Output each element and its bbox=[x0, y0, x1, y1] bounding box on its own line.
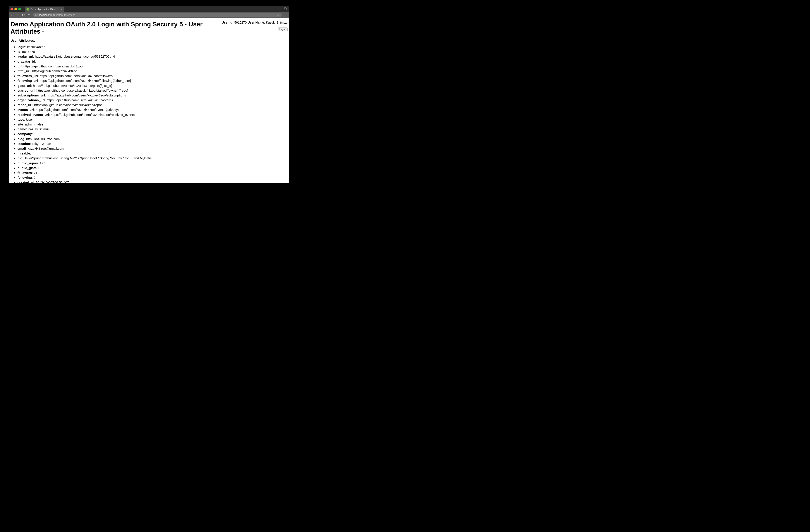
attribute-key: starred_url bbox=[17, 88, 34, 92]
attribute-value: https://api.github.com/users/kazuki43zoo… bbox=[51, 113, 135, 116]
attribute-item: following: 2 bbox=[17, 175, 288, 180]
bookmark-star-icon[interactable]: ☆ bbox=[277, 13, 279, 17]
reload-button[interactable] bbox=[22, 14, 25, 17]
attribute-item: public_gists: 0 bbox=[17, 166, 288, 171]
attribute-value: Tokyo, Japan bbox=[32, 142, 51, 146]
attribute-key: login bbox=[17, 45, 25, 49]
svg-rect-1 bbox=[286, 8, 287, 10]
attribute-item: id: 5616270 bbox=[17, 49, 288, 54]
attribute-value: kazuki43zoo bbox=[27, 45, 45, 49]
attribute-value: https://github.com/kazuki43zoo bbox=[32, 69, 77, 73]
attribute-value: 5616270 bbox=[22, 50, 35, 53]
attribute-value: false bbox=[36, 123, 44, 126]
attribute-item: login: kazuki43zoo bbox=[17, 45, 288, 49]
attribute-key: site_admin bbox=[17, 123, 34, 126]
attribute-item: followers_url: https://api.github.com/us… bbox=[17, 74, 288, 78]
attribute-key: company bbox=[17, 132, 32, 136]
attribute-item: company: bbox=[17, 132, 288, 136]
attribute-key: public_repos bbox=[17, 161, 38, 165]
attribute-item: url: https://api.github.com/users/kazuki… bbox=[17, 64, 288, 69]
address-bar[interactable]: i localhost:8080/attributes/latest ☆ bbox=[33, 13, 282, 17]
attribute-value: 71 bbox=[34, 171, 37, 175]
page-title: Demo Application OAuth 2.0 Login with Sp… bbox=[11, 21, 222, 35]
attribute-key: created_at bbox=[17, 180, 34, 183]
attribute-value: 2013-10-05T06:55:40Z bbox=[36, 180, 69, 183]
section-title: User Attributes: bbox=[11, 38, 288, 42]
user-id-label: User Id: bbox=[222, 21, 233, 24]
attribute-item: repos_url: https://api.github.com/users/… bbox=[17, 102, 288, 107]
attribute-item: subscriptions_url: https://api.github.co… bbox=[17, 93, 288, 98]
attribute-key: received_events_url bbox=[17, 113, 49, 116]
tab-title: Demo Application OAuth 2.0 L bbox=[31, 8, 59, 11]
browser-tab[interactable]: Demo Application OAuth 2.0 L × bbox=[25, 6, 64, 12]
attribute-key: following_url bbox=[17, 79, 38, 82]
attribute-item: site_admin: false bbox=[17, 122, 288, 127]
attribute-key: subscriptions_url bbox=[17, 93, 45, 97]
attribute-key: organizations_url bbox=[17, 98, 45, 102]
attribute-key: followers bbox=[17, 171, 32, 175]
attribute-key: avatar_url bbox=[17, 54, 33, 58]
attribute-value: 127 bbox=[40, 161, 45, 165]
attribute-key: id bbox=[17, 50, 20, 53]
attribute-value: 2 bbox=[34, 176, 35, 179]
attribute-key: following bbox=[17, 176, 32, 179]
attribute-item: following_url: https://api.github.com/us… bbox=[17, 78, 288, 83]
attribute-item: name: Kazuki Shimizu bbox=[17, 127, 288, 132]
attribute-item: starred_url: https://api.github.com/user… bbox=[17, 88, 288, 93]
attribute-value: https://api.github.com/users/kazuki43zoo… bbox=[40, 74, 113, 78]
window-maximize-button[interactable] bbox=[18, 8, 21, 10]
attribute-item: followers: 71 bbox=[17, 171, 288, 175]
attribute-item: email: kazuki43zoo@gmail.com bbox=[17, 146, 288, 151]
attribute-value: http://kazuki43zoo.com bbox=[26, 137, 60, 141]
attribute-item: hireable: bbox=[17, 151, 288, 156]
attribute-item: gravatar_id: bbox=[17, 59, 288, 64]
tab-bar: Demo Application OAuth 2.0 L × bbox=[9, 6, 289, 12]
back-button[interactable] bbox=[11, 14, 14, 17]
attribute-value: 0 bbox=[38, 166, 40, 170]
attribute-key: name bbox=[17, 127, 26, 131]
attribute-value: https://api.github.com/users/kazuki43zoo bbox=[23, 64, 83, 68]
attribute-item: avatar_url: https://avatars3.githubuserc… bbox=[17, 54, 288, 59]
tab-favicon bbox=[27, 7, 30, 11]
attribute-key: blog bbox=[17, 137, 25, 141]
attribute-item: created_at: 2013-10-05T06:55:40Z bbox=[17, 180, 288, 183]
attribute-key: gists_url bbox=[17, 84, 31, 87]
attribute-key: events_url bbox=[17, 108, 34, 112]
attribute-key: hireable bbox=[17, 151, 30, 155]
user-id-value: 5616270 bbox=[234, 21, 247, 24]
attribute-value: User bbox=[26, 118, 33, 121]
attribute-value: https://api.github.com/users/kazuki43zoo… bbox=[36, 108, 119, 112]
url-path: :8080/attributes/latest bbox=[50, 14, 75, 17]
attribute-key: public_gists bbox=[17, 166, 37, 170]
attribute-value: https://api.github.com/users/kazuki43zoo… bbox=[36, 88, 128, 92]
attribute-key: type bbox=[17, 118, 24, 121]
browser-menu-icon[interactable]: ⋮ bbox=[284, 13, 288, 17]
user-name-value: Kazuki Shimizu bbox=[266, 21, 288, 24]
forward-button[interactable] bbox=[16, 14, 19, 17]
attribute-item: bio: Java/Spring Enthusiast. Spring MVC … bbox=[17, 156, 288, 161]
attribute-key: followers_url bbox=[17, 74, 38, 78]
home-button[interactable] bbox=[28, 14, 31, 17]
devices-icon[interactable] bbox=[284, 7, 287, 11]
attribute-key: url bbox=[17, 64, 21, 68]
attribute-value: https://api.github.com/users/kazuki43zoo… bbox=[47, 98, 113, 102]
attribute-item: location: Tokyo, Japan bbox=[17, 141, 288, 146]
attributes-list: login: kazuki43zooid: 5616270avatar_url:… bbox=[17, 45, 288, 183]
user-info-block: User Id: 5616270 User Name: Kazuki Shimi… bbox=[222, 19, 288, 31]
window-close-button[interactable] bbox=[11, 8, 13, 10]
attribute-value: Kazuki Shimizu bbox=[28, 127, 50, 131]
logout-button[interactable]: Logout bbox=[278, 28, 288, 31]
attribute-key: html_url bbox=[17, 69, 30, 73]
attribute-key: location bbox=[17, 142, 30, 146]
window-controls bbox=[11, 8, 21, 10]
attribute-key: gravatar_id bbox=[17, 60, 35, 63]
attribute-item: html_url: https://github.com/kazuki43zoo bbox=[17, 69, 288, 74]
attribute-key: repos_url bbox=[17, 103, 32, 107]
window-minimize-button[interactable] bbox=[14, 8, 17, 10]
attribute-value: https://api.github.com/users/kazuki43zoo… bbox=[47, 93, 126, 97]
attribute-item: received_events_url: https://api.github.… bbox=[17, 112, 288, 117]
attribute-value: https://api.github.com/users/kazuki43zoo… bbox=[33, 84, 112, 87]
tab-close-icon[interactable]: × bbox=[61, 7, 62, 11]
attribute-key: bio bbox=[17, 156, 22, 160]
site-info-icon[interactable]: i bbox=[35, 14, 38, 16]
